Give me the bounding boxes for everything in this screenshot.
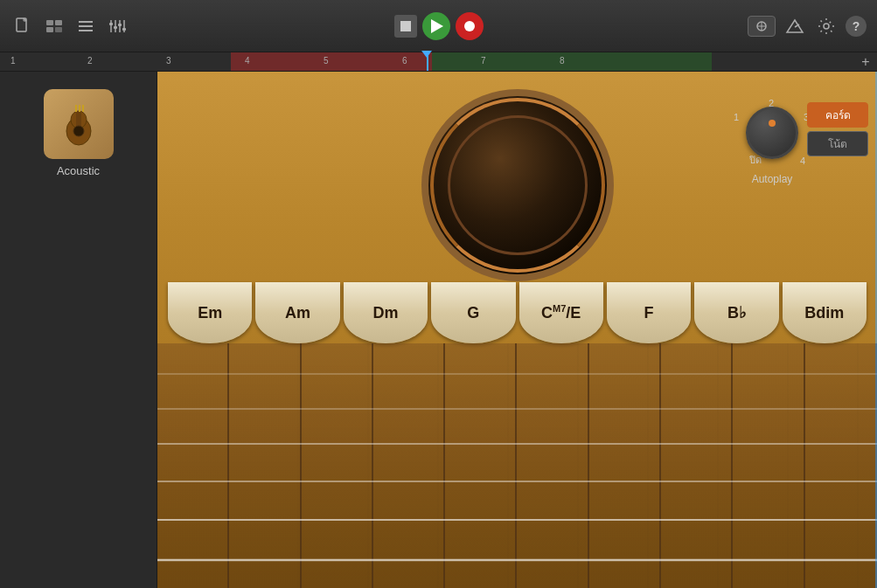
play-button[interactable] bbox=[422, 12, 450, 40]
fret-4 bbox=[373, 343, 445, 588]
ruler-green-region bbox=[432, 52, 712, 71]
knob-label-1: 1 bbox=[734, 112, 739, 122]
chord-button-dm[interactable]: Dm bbox=[344, 282, 428, 343]
track-name: Acoustic bbox=[57, 164, 100, 177]
chord-button-em[interactable]: Em bbox=[168, 282, 252, 343]
svg-rect-14 bbox=[118, 24, 122, 26]
chord-button-g[interactable]: G bbox=[431, 282, 515, 343]
chord-note-toggle: คอร์ด โน้ต bbox=[807, 102, 868, 156]
chord-label-bb: B♭ bbox=[727, 303, 746, 322]
svg-point-19 bbox=[824, 24, 829, 29]
ruler-marker-8: 8 bbox=[560, 56, 565, 66]
svg-rect-13 bbox=[114, 26, 117, 29]
chord-label-dm: Dm bbox=[372, 304, 398, 322]
instrument-icon[interactable] bbox=[44, 89, 114, 159]
list-icon[interactable] bbox=[73, 14, 98, 38]
autoplay-panel: 2 3 4 1 ปิด Autoplay bbox=[737, 98, 807, 185]
frets-container bbox=[157, 343, 877, 588]
autoplay-label: Autoplay bbox=[752, 173, 793, 185]
ruler-marker-6: 6 bbox=[402, 56, 407, 66]
tuner-icon[interactable] bbox=[783, 14, 807, 38]
timeline-ruler: 1 2 3 4 5 6 7 8 + bbox=[0, 52, 877, 72]
new-document-icon[interactable] bbox=[10, 14, 35, 38]
chord-toggle-button[interactable]: คอร์ด bbox=[807, 102, 868, 128]
knob-label-4: 4 bbox=[800, 156, 805, 166]
fret-9 bbox=[733, 343, 804, 588]
chord-label-bdim: Bdim bbox=[804, 304, 844, 322]
chord-label-g: G bbox=[467, 304, 479, 322]
chord-button-bb[interactable]: B♭ bbox=[694, 282, 778, 343]
ruler-marker-2: 2 bbox=[87, 56, 93, 66]
track-panel: Acoustic bbox=[0, 72, 157, 588]
arrange-icon[interactable] bbox=[42, 14, 66, 38]
svg-rect-25 bbox=[79, 105, 80, 112]
svg-point-23 bbox=[73, 126, 84, 136]
fret-10 bbox=[805, 343, 877, 588]
settings-icon[interactable] bbox=[814, 14, 839, 38]
fretboard bbox=[157, 343, 877, 588]
knob-indicator bbox=[769, 120, 776, 127]
svg-rect-4 bbox=[55, 27, 62, 32]
ruler-marker-3: 3 bbox=[166, 56, 171, 66]
autoplay-knob[interactable] bbox=[746, 107, 798, 159]
chord-button-cm7e[interactable]: CM7/E bbox=[519, 282, 603, 343]
cycle-button[interactable] bbox=[748, 16, 776, 37]
toolbar-right: ? bbox=[748, 14, 867, 38]
main-content: Acoustic 2 3 4 1 ปิด Autoplay bbox=[0, 72, 877, 588]
svg-marker-17 bbox=[787, 20, 803, 32]
chord-button-am[interactable]: Am bbox=[255, 282, 339, 343]
toolbar: ? bbox=[0, 0, 877, 52]
fret-6 bbox=[517, 343, 588, 588]
ruler-marker-5: 5 bbox=[324, 56, 329, 66]
playhead-marker bbox=[421, 51, 432, 58]
add-track-button[interactable]: + bbox=[858, 54, 874, 70]
fret-5 bbox=[445, 343, 517, 588]
mixer-icon[interactable] bbox=[105, 14, 129, 38]
record-button[interactable] bbox=[456, 12, 484, 40]
help-icon[interactable]: ? bbox=[846, 16, 867, 37]
svg-rect-24 bbox=[75, 105, 77, 112]
help-label: ? bbox=[853, 16, 860, 37]
ruler-marker-7: 7 bbox=[481, 56, 486, 66]
autoplay-knob-container: 2 3 4 1 ปิด bbox=[737, 98, 807, 168]
note-toggle-button[interactable]: โน้ต bbox=[807, 131, 868, 156]
svg-rect-2 bbox=[46, 27, 53, 32]
chord-label-cm7e: CM7/E bbox=[541, 303, 581, 322]
fret-2 bbox=[229, 343, 301, 588]
svg-rect-26 bbox=[82, 105, 84, 112]
svg-rect-15 bbox=[122, 28, 126, 31]
guitar-area: 2 3 4 1 ปิด Autoplay คอร์ด โน้ต Em Am bbox=[157, 72, 877, 588]
ruler-marker-1: 1 bbox=[10, 56, 16, 66]
fret-8 bbox=[661, 343, 733, 588]
fret-3 bbox=[302, 343, 373, 588]
svg-rect-1 bbox=[46, 20, 53, 25]
chord-button-f[interactable]: F bbox=[607, 282, 691, 343]
chord-label-am: Am bbox=[285, 304, 310, 322]
svg-rect-12 bbox=[109, 23, 113, 25]
chord-button-bdim[interactable]: Bdim bbox=[783, 282, 867, 343]
transport-controls bbox=[394, 12, 484, 40]
chord-label-f: F bbox=[644, 304, 654, 322]
svg-rect-3 bbox=[55, 20, 62, 25]
fret-1 bbox=[157, 343, 229, 588]
guitar-soundhole bbox=[421, 89, 614, 281]
chord-label-em: Em bbox=[198, 304, 222, 322]
soundhole-body bbox=[421, 89, 614, 281]
soundhole-inner bbox=[448, 115, 588, 255]
stop-button[interactable] bbox=[394, 15, 417, 38]
ruler-marker-4: 4 bbox=[245, 56, 250, 66]
chord-buttons-row: Em Am Dm G CM7/E F B♭ Bdim bbox=[157, 282, 877, 343]
fret-7 bbox=[589, 343, 661, 588]
